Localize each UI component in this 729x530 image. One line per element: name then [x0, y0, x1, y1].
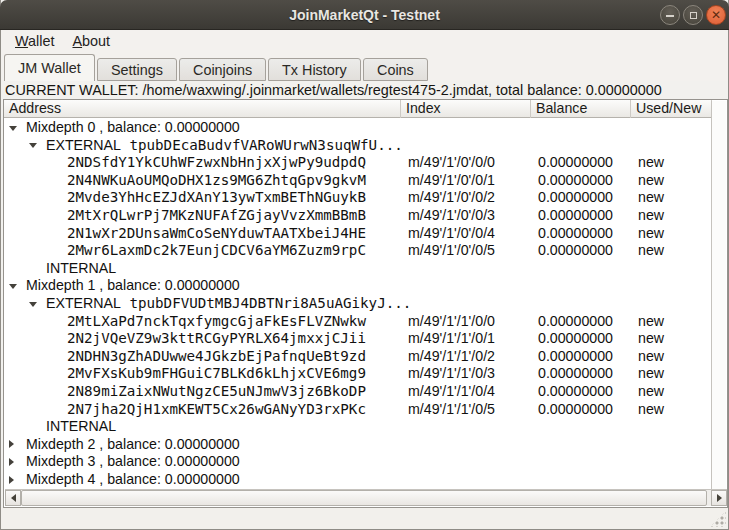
mixdepth-row[interactable]: Mixdepth 1 , balance: 0.00000000 [4, 277, 712, 295]
address-row[interactable]: 2NDHN3gZhADUwwe4JGkzbEjPafnqUeBt9zdm/49'… [4, 348, 712, 366]
expand-expander-icon[interactable] [9, 440, 14, 448]
mixdepth-row[interactable]: Mixdepth 0 , balance: 0.00000000 [4, 119, 712, 137]
address-row[interactable]: 2N1wXr2DUnsaWmCoSeNYduwTAATXbeiJ4HEm/49'… [4, 225, 712, 243]
balance-cell: 0.00000000 [538, 207, 613, 225]
branch-label: EXTERNAL [46, 295, 121, 311]
tree-column-header: AddressIndexBalanceUsed/New [4, 100, 712, 118]
address-row[interactable]: 2Mwr6LaxmDc2k7EunjCDCV6aYM6Zuzm9rpCm/49'… [4, 242, 712, 260]
mixdepth-label: Mixdepth 3 , balance: 0.00000000 [26, 453, 240, 471]
status-cell: new [638, 154, 664, 172]
status-cell: new [638, 365, 664, 383]
index-cell: m/49'/1'/1'/0/5 [408, 401, 495, 419]
window-bottom-strip [1, 508, 728, 529]
index-cell: m/49'/1'/0'/0/5 [408, 242, 495, 260]
collapse-expander-icon[interactable] [9, 284, 17, 289]
xpub-text: tpubDFVUDtMBJ4DBTNri8A5uAGikyJ... [121, 295, 411, 311]
address-cell: 2NDSfdY1YkCUhWFzwxNbHnjxXjwPy9udpdQ [67, 154, 366, 172]
internal-branch-row[interactable]: INTERNAL [4, 418, 712, 436]
address-row[interactable]: 2N4NWKuAoUMQoDHX1zs9MG6ZhtqGpv9gkvMm/49'… [4, 172, 712, 190]
address-row[interactable]: 2MvFXsKub9mFHGuiC7BLKd6kLhjxCVE6mg9m/49'… [4, 365, 712, 383]
status-cell: new [638, 172, 664, 190]
collapse-expander-icon[interactable] [29, 302, 37, 307]
app-window: JoinMarketQt - Testnet ✕ WalletAbout JM … [0, 0, 729, 530]
index-cell: m/49'/1'/1'/0/4 [408, 383, 495, 401]
tab-tx-history[interactable]: Tx History [268, 58, 361, 81]
tab-coins[interactable]: Coins [363, 58, 428, 81]
xpub-text: tpubDEcaBudvfVARoWUrwN3suqWfU... [121, 137, 403, 153]
address-cell: 2N89miZaixNWutNgzCE5uNJmwV3jz6BkoDP [67, 383, 366, 401]
horizontal-scrollbar[interactable] [5, 489, 727, 506]
menu-item-wallet[interactable]: Wallet [6, 30, 63, 53]
status-cell: new [638, 242, 664, 260]
scroll-left-icon [11, 494, 16, 502]
branch-cell: EXTERNAL tpubDEcaBudvfVARoWUrwN3suqWfU..… [46, 137, 403, 155]
address-row[interactable]: 2NDSfdY1YkCUhWFzwxNbHnjxXjwPy9udpdQm/49'… [4, 154, 712, 172]
tab-bar: JM WalletSettingsCoinjoinsTx HistoryCoin… [1, 53, 728, 81]
index-cell: m/49'/1'/1'/0/2 [408, 348, 495, 366]
tab-settings[interactable]: Settings [97, 58, 177, 81]
scroll-left-button[interactable] [5, 490, 21, 506]
address-row[interactable]: 2Mvde3YhHcEZJdXAnY13ywTxmBEThNGuykBm/49'… [4, 189, 712, 207]
balance-cell: 0.00000000 [538, 242, 613, 260]
address-cell: 2Mvde3YhHcEZJdXAnY13ywTxmBEThNGuykB [67, 189, 366, 207]
address-row[interactable]: 2N2jVQeVZ9w3kttRCGyPYRLX64jmxxjCJiim/49'… [4, 330, 712, 348]
title-bar[interactable]: JoinMarketQt - Testnet ✕ [0, 0, 729, 30]
collapse-expander-icon[interactable] [9, 126, 17, 131]
internal-branch-row[interactable]: INTERNAL [4, 260, 712, 278]
index-cell: m/49'/1'/0'/0/0 [408, 154, 495, 172]
balance-cell: 0.00000000 [538, 154, 613, 172]
address-cell: 2NDHN3gZhADUwwe4JGkzbEjPafnqUeBt9zd [67, 348, 366, 366]
balance-cell: 0.00000000 [538, 313, 613, 331]
address-row[interactable]: 2MtLXaPd7nckTqxfymgcGjaFkEsFLVZNwkwm/49'… [4, 313, 712, 331]
balance-cell: 0.00000000 [538, 225, 613, 243]
address-cell: 2N7jha2QjH1xmKEWT5Cx26wGANyYD3rxPKc [67, 401, 366, 419]
expand-expander-icon[interactable] [9, 476, 14, 484]
external-branch-row[interactable]: EXTERNAL tpubDEcaBudvfVARoWUrwN3suqWfU..… [4, 137, 712, 155]
resize-grip[interactable] [710, 511, 726, 527]
close-icon: ✕ [711, 9, 721, 21]
external-branch-row[interactable]: EXTERNAL tpubDFVUDtMBJ4DBTNri8A5uAGikyJ.… [4, 295, 712, 313]
close-button[interactable]: ✕ [706, 5, 726, 25]
address-cell: 2MtLXaPd7nckTqxfymgcGjaFkEsFLVZNwkw [67, 313, 366, 331]
column-header-balance[interactable]: Balance [531, 100, 631, 118]
index-cell: m/49'/1'/0'/0/4 [408, 225, 495, 243]
tab-coinjoins[interactable]: Coinjoins [179, 58, 266, 81]
mixdepth-label: Mixdepth 4 , balance: 0.00000000 [26, 471, 240, 489]
mixdepth-row[interactable]: Mixdepth 2 , balance: 0.00000000 [4, 436, 712, 454]
balance-cell: 0.00000000 [538, 189, 613, 207]
address-row[interactable]: 2N7jha2QjH1xmKEWT5Cx26wGANyYD3rxPKcm/49'… [4, 401, 712, 419]
minimize-button[interactable] [660, 5, 680, 25]
expand-expander-icon[interactable] [9, 458, 14, 466]
balance-cell: 0.00000000 [538, 383, 613, 401]
address-cell: 2MvFXsKub9mFHGuiC7BLKd6kLhjxCVE6mg9 [67, 365, 366, 383]
horizontal-scrollbar-thumb[interactable] [21, 490, 707, 506]
address-cell: 2N4NWKuAoUMQoDHX1zs9MG6ZhtqGpv9gkvM [67, 172, 366, 190]
mixdepth-label: Mixdepth 0 , balance: 0.00000000 [26, 119, 240, 137]
maximize-icon [690, 12, 697, 19]
vertical-scrollbar[interactable] [711, 101, 726, 489]
mixdepth-label: Mixdepth 2 , balance: 0.00000000 [26, 436, 240, 454]
scroll-right-button[interactable] [711, 490, 727, 506]
collapse-expander-icon[interactable] [29, 143, 37, 148]
menu-bar: WalletAbout [1, 30, 728, 53]
balance-cell: 0.00000000 [538, 330, 613, 348]
menu-item-about[interactable]: About [63, 30, 119, 53]
internal-label: INTERNAL [46, 260, 116, 278]
index-cell: m/49'/1'/0'/0/3 [408, 207, 495, 225]
column-header-address[interactable]: Address [4, 100, 401, 118]
column-header-index[interactable]: Index [401, 100, 531, 118]
window-title: JoinMarketQt - Testnet [0, 0, 729, 30]
maximize-button[interactable] [683, 5, 703, 25]
tab-jm-wallet[interactable]: JM Wallet [4, 54, 95, 81]
mixdepth-row[interactable]: Mixdepth 4 , balance: 0.00000000 [4, 471, 712, 489]
status-cell: new [638, 401, 664, 419]
balance-cell: 0.00000000 [538, 401, 613, 419]
status-cell: new [638, 383, 664, 401]
address-row[interactable]: 2N89miZaixNWutNgzCE5uNJmwV3jz6BkoDPm/49'… [4, 383, 712, 401]
status-cell: new [638, 189, 664, 207]
minimize-icon [666, 15, 674, 17]
status-cell: new [638, 207, 664, 225]
mixdepth-row[interactable]: Mixdepth 3 , balance: 0.00000000 [4, 453, 712, 471]
address-row[interactable]: 2MtXrQLwrPj7MKzNUFAfZGjayVvzXmmBBmBm/49'… [4, 207, 712, 225]
column-header-used-new[interactable]: Used/New [631, 100, 712, 118]
